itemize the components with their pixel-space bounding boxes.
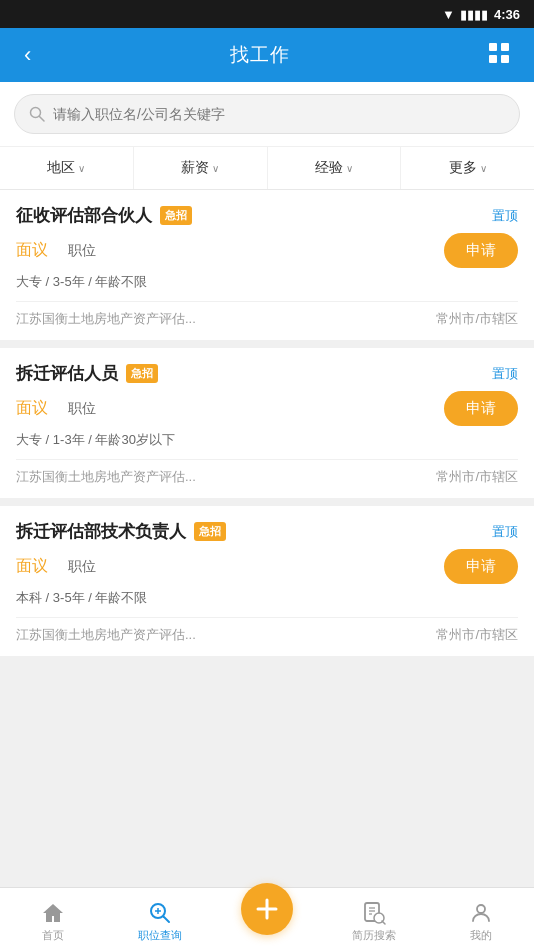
job-requirements: 大专 / 3-5年 / 年龄不限 [16,273,518,291]
filter-experience-label: 经验 [315,159,343,177]
filter-bar: 地区 ∨ 薪资 ∨ 经验 ∨ 更多 ∨ [0,146,534,190]
job-header: 拆迁评估部技术负责人 急招 置顶 [16,520,518,543]
content-wrapper: 地区 ∨ 薪资 ∨ 经验 ∨ 更多 ∨ 征收评估部合伙人 急招 置顶 [0,82,534,726]
filter-experience[interactable]: 经验 ∨ [268,147,402,189]
wifi-icon: ▼ [442,7,455,22]
job-title: 征收评估部合伙人 [16,204,152,227]
job-card: 拆迁评估部技术负责人 急招 置顶 面议 职位 申请 本科 / 3-5年 / 年龄… [0,506,534,656]
apply-button[interactable]: 申请 [444,549,518,584]
job-left-details: 面议 职位 [16,240,96,261]
filter-more-arrow: ∨ [480,163,487,174]
tab-home[interactable]: 首页 [0,895,107,943]
pin-button[interactable]: 置顶 [492,523,518,541]
tab-home-label: 首页 [42,928,64,943]
filter-region-label: 地区 [47,159,75,177]
job-details-row: 面议 职位 申请 [16,233,518,268]
job-divider [16,301,518,302]
urgent-badge: 急招 [194,522,226,541]
job-card: 拆迁评估人员 急招 置顶 面议 职位 申请 大专 / 1-3年 / 年龄30岁以… [0,348,534,498]
svg-rect-0 [489,43,497,51]
job-title: 拆迁评估部技术负责人 [16,520,186,543]
svg-point-18 [477,905,485,913]
search-bar [14,94,520,134]
svg-rect-1 [501,43,509,51]
header: ‹ 找工作 [0,28,534,82]
svg-line-7 [164,916,170,922]
resume-icon [362,901,386,925]
job-details-row: 面议 职位 申请 [16,549,518,584]
job-header: 拆迁评估人员 急招 置顶 [16,362,518,385]
tab-bar: 首页 职位查询 简历搜索 [0,887,534,949]
filter-more[interactable]: 更多 ∨ [401,147,534,189]
plus-icon [253,895,281,923]
job-divider [16,617,518,618]
battery-icon: ▮▮▮▮ [460,7,488,22]
status-bar: ▼ ▮▮▮▮ 4:36 [0,0,534,28]
search-icon [29,106,45,122]
add-button[interactable] [241,883,293,935]
job-divider [16,459,518,460]
pin-button[interactable]: 置顶 [492,207,518,225]
svg-line-5 [40,117,45,122]
search-jobs-icon [148,901,172,925]
job-salary: 面议 [16,240,48,261]
status-icons: ▼ ▮▮▮▮ [442,7,488,22]
tab-job-query[interactable]: 职位查询 [107,895,214,943]
job-header: 征收评估部合伙人 急招 置顶 [16,204,518,227]
page-title: 找工作 [230,42,290,68]
svg-line-14 [382,921,385,924]
job-details-row: 面议 职位 申请 [16,391,518,426]
job-title-row: 拆迁评估人员 急招 [16,362,492,385]
apply-button[interactable]: 申请 [444,391,518,426]
filter-salary[interactable]: 薪资 ∨ [134,147,268,189]
search-input[interactable] [53,106,505,122]
job-type: 职位 [68,400,96,418]
filter-salary-label: 薪资 [181,159,209,177]
job-card: 征收评估部合伙人 急招 置顶 面议 职位 申请 大专 / 3-5年 / 年龄不限… [0,190,534,340]
tab-job-query-label: 职位查询 [138,928,182,943]
grid-icon[interactable] [480,38,518,73]
home-icon [41,901,65,925]
job-requirements: 本科 / 3-5年 / 年龄不限 [16,589,518,607]
job-location: 常州市/市辖区 [436,626,518,644]
job-location: 常州市/市辖区 [436,310,518,328]
pin-button[interactable]: 置顶 [492,365,518,383]
back-button[interactable]: ‹ [16,38,39,72]
search-bar-container [0,82,534,146]
job-title-row: 征收评估部合伙人 急招 [16,204,492,227]
svg-rect-3 [501,55,509,63]
job-title-row: 拆迁评估部技术负责人 急招 [16,520,492,543]
job-list: 征收评估部合伙人 急招 置顶 面议 职位 申请 大专 / 3-5年 / 年龄不限… [0,190,534,656]
status-time: 4:36 [494,7,520,22]
job-type: 职位 [68,242,96,260]
filter-experience-arrow: ∨ [346,163,353,174]
tab-my[interactable]: 我的 [427,895,534,943]
job-company: 江苏国衡土地房地产资产评估... [16,626,196,644]
job-company: 江苏国衡土地房地产资产评估... [16,468,196,486]
apply-button[interactable]: 申请 [444,233,518,268]
urgent-badge: 急招 [160,206,192,225]
tab-add [214,903,321,935]
filter-region[interactable]: 地区 ∨ [0,147,134,189]
tab-resume-search-label: 简历搜索 [352,928,396,943]
job-left-details: 面议 职位 [16,556,96,577]
tab-resume-search[interactable]: 简历搜索 [320,895,427,943]
job-salary: 面议 [16,556,48,577]
job-location: 常州市/市辖区 [436,468,518,486]
user-icon [469,901,493,925]
filter-salary-arrow: ∨ [212,163,219,174]
job-left-details: 面议 职位 [16,398,96,419]
svg-rect-2 [489,55,497,63]
filter-region-arrow: ∨ [78,163,85,174]
job-salary: 面议 [16,398,48,419]
job-company-row: 江苏国衡土地房地产资产评估... 常州市/市辖区 [16,468,518,486]
job-requirements: 大专 / 1-3年 / 年龄30岁以下 [16,431,518,449]
tab-my-label: 我的 [470,928,492,943]
job-company-row: 江苏国衡土地房地产资产评估... 常州市/市辖区 [16,626,518,644]
filter-more-label: 更多 [449,159,477,177]
job-title: 拆迁评估人员 [16,362,118,385]
job-company-row: 江苏国衡土地房地产资产评估... 常州市/市辖区 [16,310,518,328]
job-type: 职位 [68,558,96,576]
urgent-badge: 急招 [126,364,158,383]
job-company: 江苏国衡土地房地产资产评估... [16,310,196,328]
